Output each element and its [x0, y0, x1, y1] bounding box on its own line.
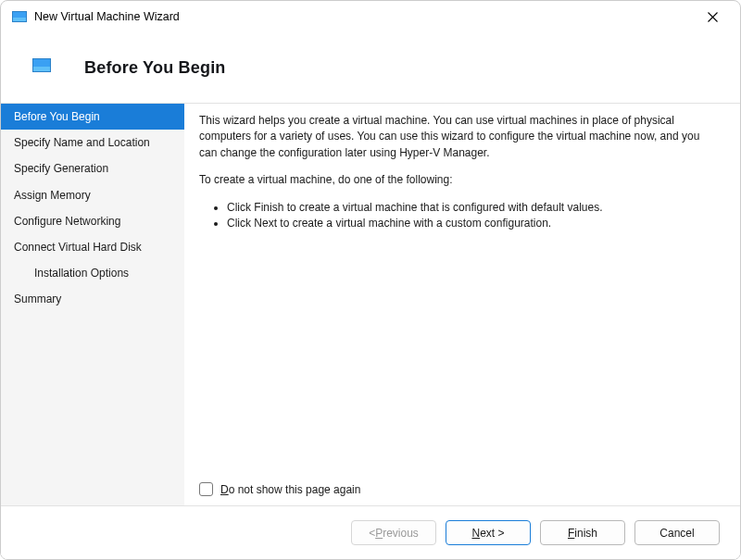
close-button[interactable]: [694, 4, 731, 30]
nav-step-4[interactable]: Configure Networking: [1, 208, 184, 234]
titlebar: New Virtual Machine Wizard: [1, 1, 740, 32]
finish-button[interactable]: Finish: [540, 520, 625, 545]
wizard-steps-nav: Before You BeginSpecify Name and Locatio…: [1, 103, 184, 505]
do-not-show-checkbox[interactable]: [199, 482, 213, 496]
intro-paragraph: This wizard helps you create a virtual m…: [199, 113, 720, 161]
bullet-1: Click Next to create a virtual machine w…: [227, 216, 720, 231]
bullet-list: Click Finish to create a virtual machine…: [199, 200, 720, 232]
banner: Before You Begin: [1, 32, 740, 103]
page-title: Before You Begin: [84, 58, 226, 78]
previous-button: < Previous: [351, 520, 436, 545]
wizard-icon: [32, 58, 51, 72]
nav-step-3[interactable]: Assign Memory: [1, 182, 184, 208]
cancel-button[interactable]: Cancel: [634, 520, 720, 545]
bullet-0: Click Finish to create a virtual machine…: [227, 200, 720, 216]
do-not-show-row[interactable]: Do not show this page again: [199, 482, 360, 496]
footer: < Previous Next > Finish Cancel: [1, 505, 740, 559]
do-not-show-label: Do not show this page again: [220, 483, 360, 496]
window-title: New Virtual Machine Wizard: [34, 10, 180, 23]
content-pane: This wizard helps you create a virtual m…: [184, 103, 740, 505]
close-icon: [708, 12, 718, 22]
app-icon: [12, 11, 27, 22]
nav-step-0[interactable]: Before You Begin: [1, 104, 184, 130]
body: Before You BeginSpecify Name and Locatio…: [1, 103, 740, 505]
nav-step-7[interactable]: Summary: [1, 286, 184, 312]
instruction-paragraph: To create a virtual machine, do one of t…: [199, 172, 720, 188]
nav-step-2[interactable]: Specify Generation: [1, 156, 184, 181]
nav-step-5[interactable]: Connect Virtual Hard Disk: [1, 234, 184, 260]
nav-step-1[interactable]: Specify Name and Location: [1, 130, 184, 156]
nav-step-6[interactable]: Installation Options: [1, 260, 184, 286]
next-button[interactable]: Next >: [446, 520, 531, 545]
